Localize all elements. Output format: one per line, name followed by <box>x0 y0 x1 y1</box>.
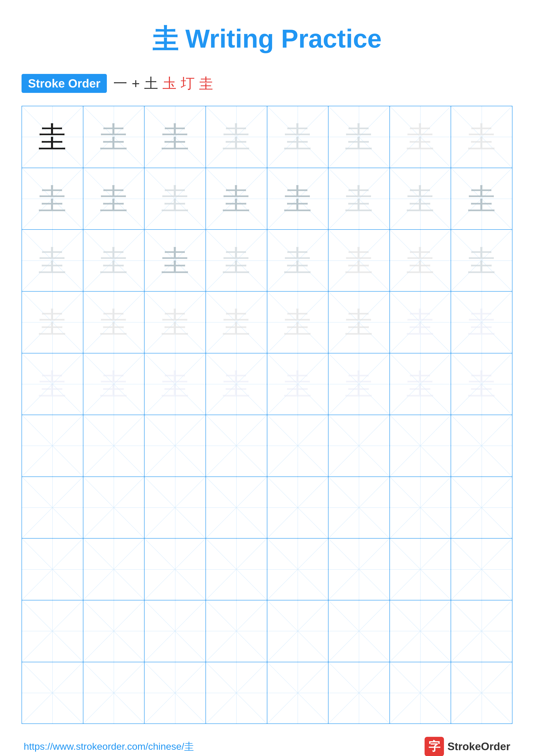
grid-cell-10-6[interactable] <box>328 662 390 724</box>
grid-cell-8-6[interactable] <box>328 539 390 600</box>
svg-line-91 <box>328 415 390 476</box>
grid-cell-5-2[interactable]: 圭 <box>83 353 145 415</box>
svg-line-140 <box>390 600 451 662</box>
grid-cell-4-8[interactable]: 圭 <box>451 292 512 353</box>
grid-cell-8-3[interactable] <box>144 539 206 600</box>
grid-cell-3-8[interactable]: 圭 <box>451 230 512 291</box>
grid-cell-1-6[interactable]: 圭 <box>328 106 390 168</box>
grid-cell-2-5[interactable]: 圭 <box>267 168 329 230</box>
grid-cell-5-4[interactable]: 圭 <box>206 353 267 415</box>
grid-cell-10-1[interactable] <box>22 662 83 724</box>
svg-line-142 <box>451 600 512 662</box>
grid-cell-6-7[interactable] <box>390 415 451 476</box>
grid-cell-7-5[interactable] <box>267 477 329 538</box>
grid-cell-10-3[interactable] <box>144 662 206 724</box>
char-3-3: 圭 <box>161 247 189 275</box>
grid-cell-6-4[interactable] <box>206 415 267 476</box>
grid-cell-8-7[interactable] <box>390 539 451 600</box>
svg-line-119 <box>206 539 267 600</box>
svg-line-83 <box>83 415 144 476</box>
grid-cell-2-1[interactable]: 圭 <box>22 168 83 230</box>
grid-cell-9-2[interactable] <box>83 600 145 662</box>
grid-cell-8-5[interactable] <box>267 539 329 600</box>
grid-cell-5-7[interactable]: 圭 <box>390 353 451 415</box>
grid-cell-7-3[interactable] <box>144 477 206 538</box>
grid-cell-9-1[interactable] <box>22 600 83 662</box>
grid-row-8 <box>22 539 512 600</box>
svg-line-107 <box>328 477 390 538</box>
grid-cell-4-3[interactable]: 圭 <box>144 292 206 353</box>
grid-cell-4-4[interactable]: 圭 <box>206 292 267 353</box>
grid-cell-4-6[interactable]: 圭 <box>328 292 390 353</box>
grid-cell-8-1[interactable] <box>22 539 83 600</box>
grid-cell-10-2[interactable] <box>83 662 145 724</box>
grid-cell-6-6[interactable] <box>328 415 390 476</box>
grid-cell-5-6[interactable]: 圭 <box>328 353 390 415</box>
grid-cell-9-3[interactable] <box>144 600 206 662</box>
grid-cell-8-4[interactable] <box>206 539 267 600</box>
grid-cell-10-7[interactable] <box>390 662 451 724</box>
svg-line-114 <box>83 539 144 600</box>
grid-cell-10-8[interactable] <box>451 662 512 724</box>
svg-line-145 <box>22 662 83 724</box>
grid-cell-6-8[interactable] <box>451 415 512 476</box>
footer-url[interactable]: https://www.strokeorder.com/chinese/圭 <box>24 740 194 753</box>
svg-line-113 <box>22 539 83 600</box>
grid-cell-3-3[interactable]: 圭 <box>144 230 206 291</box>
grid-cell-7-1[interactable] <box>22 477 83 538</box>
grid-cell-2-8[interactable]: 圭 <box>451 168 512 230</box>
grid-cell-1-2[interactable]: 圭 <box>83 106 145 168</box>
grid-cell-5-1[interactable]: 圭 <box>22 353 83 415</box>
grid-cell-6-3[interactable] <box>144 415 206 476</box>
grid-cell-3-2[interactable]: 圭 <box>83 230 145 291</box>
grid-cell-10-5[interactable] <box>267 662 329 724</box>
grid-cell-2-2[interactable]: 圭 <box>83 168 145 230</box>
svg-line-157 <box>390 662 451 724</box>
grid-cell-7-2[interactable] <box>83 477 145 538</box>
grid-cell-1-8[interactable]: 圭 <box>451 106 512 168</box>
char-5-7: 圭 <box>406 370 434 398</box>
grid-cell-5-8[interactable]: 圭 <box>451 353 512 415</box>
grid-cell-9-7[interactable] <box>390 600 451 662</box>
grid-cell-6-1[interactable] <box>22 415 83 476</box>
char-2-7: 圭 <box>406 185 434 213</box>
grid-cell-3-5[interactable]: 圭 <box>267 230 329 291</box>
grid-cell-1-1[interactable]: 圭 <box>22 106 83 168</box>
grid-cell-3-4[interactable]: 圭 <box>206 230 267 291</box>
grid-cell-6-2[interactable] <box>83 415 145 476</box>
grid-cell-9-5[interactable] <box>267 600 329 662</box>
grid-cell-3-7[interactable]: 圭 <box>390 230 451 291</box>
svg-line-144 <box>22 662 83 724</box>
svg-line-122 <box>328 539 390 600</box>
grid-cell-9-6[interactable] <box>328 600 390 662</box>
grid-cell-1-5[interactable]: 圭 <box>267 106 329 168</box>
grid-cell-6-5[interactable] <box>267 415 329 476</box>
grid-cell-2-7[interactable]: 圭 <box>390 168 451 230</box>
grid-cell-4-5[interactable]: 圭 <box>267 292 329 353</box>
grid-cell-3-6[interactable]: 圭 <box>328 230 390 291</box>
svg-line-155 <box>328 662 390 724</box>
svg-line-102 <box>206 477 267 538</box>
grid-cell-8-2[interactable] <box>83 539 145 600</box>
grid-cell-4-7[interactable]: 圭 <box>390 292 451 353</box>
grid-cell-4-1[interactable]: 圭 <box>22 292 83 353</box>
svg-line-101 <box>144 477 206 538</box>
grid-cell-7-6[interactable] <box>328 477 390 538</box>
grid-cell-1-3[interactable]: 圭 <box>144 106 206 168</box>
grid-cell-5-5[interactable]: 圭 <box>267 353 329 415</box>
grid-cell-1-7[interactable]: 圭 <box>390 106 451 168</box>
grid-cell-7-4[interactable] <box>206 477 267 538</box>
grid-cell-7-8[interactable] <box>451 477 512 538</box>
grid-cell-4-2[interactable]: 圭 <box>83 292 145 353</box>
grid-cell-1-4[interactable]: 圭 <box>206 106 267 168</box>
grid-cell-5-3[interactable]: 圭 <box>144 353 206 415</box>
grid-cell-2-6[interactable]: 圭 <box>328 168 390 230</box>
grid-cell-8-8[interactable] <box>451 539 512 600</box>
grid-cell-2-4[interactable]: 圭 <box>206 168 267 230</box>
grid-cell-7-7[interactable] <box>390 477 451 538</box>
grid-cell-9-4[interactable] <box>206 600 267 662</box>
grid-cell-2-3[interactable]: 圭 <box>144 168 206 230</box>
grid-cell-9-8[interactable] <box>451 600 512 662</box>
grid-cell-10-4[interactable] <box>206 662 267 724</box>
grid-cell-3-1[interactable]: 圭 <box>22 230 83 291</box>
